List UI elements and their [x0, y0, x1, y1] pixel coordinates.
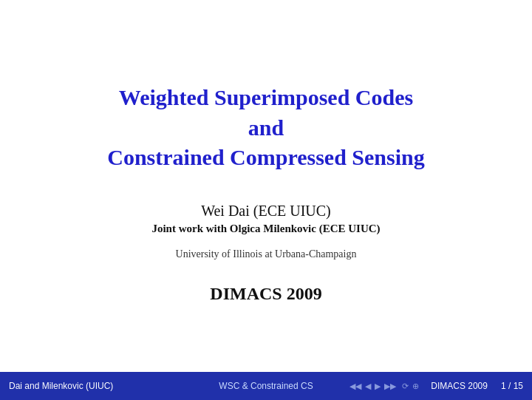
title-line-3: Constrained Compressed Sensing [107, 143, 425, 173]
institution-block: University of Illinois at Urbana-Champai… [176, 247, 357, 260]
slide-content: Weighted Superimposed Codes and Constrai… [0, 0, 532, 372]
author-name: Wei Dai (ECE UIUC) [151, 203, 380, 220]
nav-search-icon[interactable]: ⊕ [412, 382, 419, 391]
slide-container: Weighted Superimposed Codes and Constrai… [0, 0, 532, 400]
title-line-2: and [107, 113, 425, 143]
footer-page: 1 / 15 [501, 381, 523, 391]
conference-block: DIMACS 2009 [210, 284, 321, 304]
author-joint: Joint work with Olgica Milenkovic (ECE U… [151, 223, 380, 235]
institution-text: University of Illinois at Urbana-Champai… [176, 248, 357, 260]
title-line-1: Weighted Superimposed Codes [107, 83, 425, 113]
footer-title: WSC & Constrained CS [219, 381, 313, 391]
footer-author: Dai and Milenkovic (UIUC) [9, 381, 113, 391]
nav-refresh-icon[interactable]: ⟳ [402, 382, 409, 391]
footer-conference: DIMACS 2009 [431, 381, 488, 391]
nav-leftmost-icon[interactable]: ◀◀ [349, 382, 361, 391]
nav-left-icon[interactable]: ◀ [365, 382, 371, 391]
conference-text: DIMACS 2009 [210, 284, 321, 303]
nav-arrows: ◀◀ ◀ ▶ ▶▶ ⟳ ⊕ [349, 382, 419, 391]
nav-rightmost-icon[interactable]: ▶▶ [384, 382, 396, 391]
bottom-bar: Dai and Milenkovic (UIUC) WSC & Constrai… [0, 372, 532, 400]
title-block: Weighted Superimposed Codes and Constrai… [107, 83, 425, 173]
nav-right-icon[interactable]: ▶ [375, 382, 381, 391]
author-block: Wei Dai (ECE UIUC) Joint work with Olgic… [151, 203, 380, 235]
footer-right: ◀◀ ◀ ▶ ▶▶ ⟳ ⊕ DIMACS 2009 1 / 15 [349, 381, 523, 391]
